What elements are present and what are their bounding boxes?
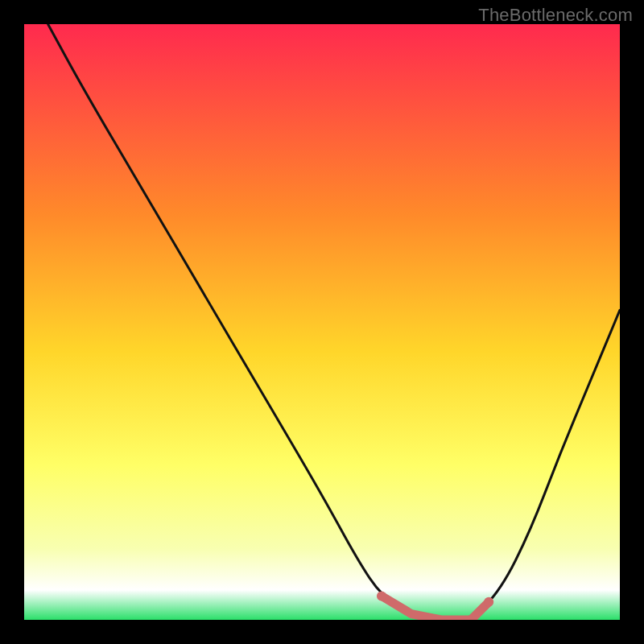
valley-endpoint-left (377, 591, 386, 601)
watermark-text: TheBottleneck.com (478, 5, 633, 26)
chart-svg (24, 24, 620, 620)
plot-area (24, 24, 620, 620)
valley-endpoint-right (484, 597, 493, 607)
chart-frame: TheBottleneck.com (0, 0, 644, 644)
